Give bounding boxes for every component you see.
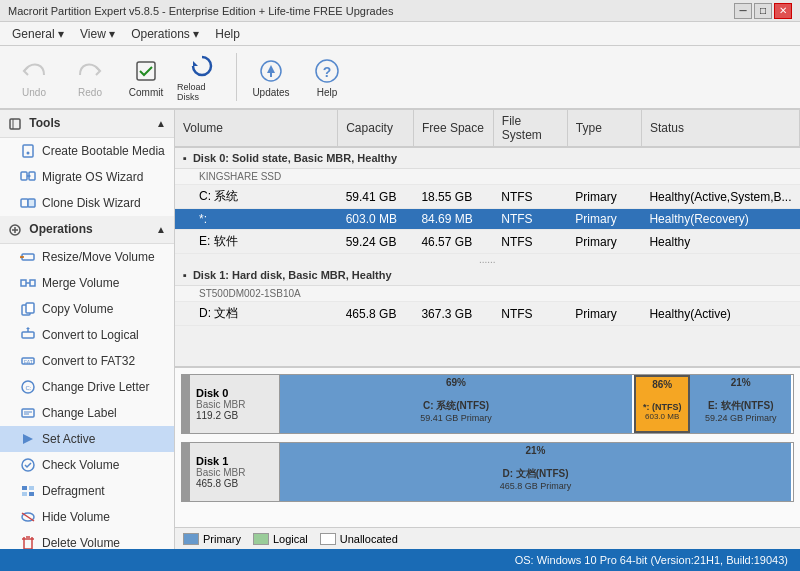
sidebar-item-delete-volume[interactable]: Delete Volume — [0, 530, 174, 549]
vol-status: Healthy(Recovery) — [641, 209, 799, 230]
svg-rect-24 — [30, 280, 35, 286]
sidebar-item-migrate-os[interactable]: Migrate OS Wizard — [0, 164, 174, 190]
defragment-icon — [20, 483, 36, 499]
help-button[interactable]: ? Help — [301, 50, 353, 104]
svg-marker-3 — [267, 65, 275, 73]
legend-logical-box — [253, 533, 269, 545]
table-row[interactable]: C: 系统 59.41 GB 18.55 GB NTFS Primary Hea… — [175, 185, 800, 209]
clone-disk-icon — [20, 195, 36, 211]
sidebar-item-change-label[interactable]: Change Label — [0, 400, 174, 426]
menu-operations[interactable]: Operations ▾ — [123, 25, 207, 43]
table-row[interactable]: E: 软件 59.24 GB 46.57 GB NTFS Primary Hea… — [175, 230, 800, 254]
disk0-part-star[interactable]: 86% *: (NTFS) 603.0 MB — [634, 375, 690, 433]
vol-status: Healthy(Active,System,B... — [641, 185, 799, 209]
resize-icon — [20, 249, 36, 265]
app-title: Macrorit Partition Expert v5.8.5 - Enter… — [8, 5, 393, 17]
part-role: 465.8 GB Primary — [500, 481, 572, 491]
vol-name: D: 文档 — [175, 302, 338, 326]
vol-type: Primary — [567, 230, 641, 254]
legend-primary-label: Primary — [203, 533, 241, 545]
vol-freespace: 84.69 MB — [413, 209, 493, 230]
vol-capacity: 603.0 MB — [338, 209, 414, 230]
menu-help[interactable]: Help — [207, 25, 248, 43]
part-pct: 69% — [446, 377, 466, 388]
disk0-visual: Disk 0 Basic MBR 119.2 GB 69% C: 系统(NTFS… — [181, 374, 794, 434]
sidebar-item-copy[interactable]: Copy Volume — [0, 296, 174, 322]
disk0-edge — [182, 375, 190, 433]
table-row[interactable]: D: 文档 465.8 GB 367.3 GB NTFS Primary Hea… — [175, 302, 800, 326]
part-pct: 21% — [731, 377, 751, 388]
reload-label: Reload Disks — [177, 82, 227, 102]
vol-freespace: 46.57 GB — [413, 230, 493, 254]
vol-type: Primary — [567, 302, 641, 326]
vol-capacity: 465.8 GB — [338, 302, 414, 326]
disk0-part-c[interactable]: 69% C: 系统(NTFS) 59.41 GB Primary — [280, 375, 634, 433]
sidebar-item-convert-logical[interactable]: Convert to Logical — [0, 322, 174, 348]
part-role: 59.24 GB Primary — [705, 413, 777, 423]
vol-name: *: — [175, 209, 338, 230]
disk1-part-d[interactable]: 21% D: 文档(NTFS) 465.8 GB Primary — [280, 443, 793, 501]
commit-button[interactable]: Commit — [120, 50, 172, 104]
change-drive-label: Change Drive Letter — [42, 380, 149, 394]
sidebar-item-check-volume[interactable]: Check Volume — [0, 452, 174, 478]
sidebar-item-defragment[interactable]: Defragment — [0, 478, 174, 504]
check-volume-icon — [20, 457, 36, 473]
redo-icon — [76, 57, 104, 85]
svg-rect-42 — [22, 492, 27, 496]
menu-view[interactable]: View ▾ — [72, 25, 123, 43]
svg-text:C:: C: — [26, 385, 32, 391]
disk0-sub: KINGSHARE SSD — [175, 169, 800, 185]
migrate-os-icon — [20, 169, 36, 185]
col-volume: Volume — [175, 110, 338, 147]
change-label-label: Change Label — [42, 406, 117, 420]
sidebar-item-bootable-media[interactable]: Create Bootable Media — [0, 138, 174, 164]
change-drive-icon: C: — [20, 379, 36, 395]
svg-text:FAT: FAT — [24, 359, 33, 365]
vol-name: C: 系统 — [175, 185, 338, 209]
col-status: Status — [641, 110, 799, 147]
sidebar-item-clone-disk[interactable]: Clone Disk Wizard — [0, 190, 174, 216]
reload-button[interactable]: Reload Disks — [176, 50, 228, 104]
svg-rect-40 — [22, 486, 27, 490]
sidebar-item-convert-fat32[interactable]: FAT Convert to FAT32 — [0, 348, 174, 374]
redo-button[interactable]: Redo — [64, 50, 116, 104]
maximize-button[interactable]: □ — [754, 3, 772, 19]
sidebar-item-hide-volume[interactable]: Hide Volume — [0, 504, 174, 530]
part-name: *: (NTFS) — [643, 402, 682, 412]
disk1-label: Disk 1 Basic MBR 465.8 GB — [190, 443, 280, 501]
tools-section-header[interactable]: Tools ▲ — [0, 110, 174, 138]
set-active-icon — [20, 431, 36, 447]
table-row[interactable]: *: 603.0 MB 84.69 MB NTFS Primary Health… — [175, 209, 800, 230]
vol-status: Healthy — [641, 230, 799, 254]
disk0-label: Disk 0 Basic MBR 119.2 GB — [190, 375, 280, 433]
operations-section-header[interactable]: Operations ▲ — [0, 216, 174, 244]
close-button[interactable]: ✕ — [774, 3, 792, 19]
svg-rect-11 — [21, 172, 27, 180]
sidebar-item-set-active[interactable]: Set Active — [0, 426, 174, 452]
part-name: D: 文档(NTFS) — [502, 467, 568, 481]
legend-unallocated: Unallocated — [320, 533, 398, 545]
updates-button[interactable]: Updates — [245, 50, 297, 104]
sidebar-item-change-drive-letter[interactable]: C: Change Drive Letter — [0, 374, 174, 400]
svg-rect-23 — [21, 280, 26, 286]
undo-button[interactable]: Undo — [8, 50, 60, 104]
disk0-part-e[interactable]: 21% E: 软件(NTFS) 59.24 GB Primary — [690, 375, 793, 433]
legend-logical: Logical — [253, 533, 308, 545]
svg-rect-15 — [21, 199, 28, 207]
commit-label: Commit — [129, 87, 163, 98]
disk1-edge — [182, 443, 190, 501]
sidebar-item-merge[interactable]: Merge Volume — [0, 270, 174, 296]
minimize-button[interactable]: ─ — [734, 3, 752, 19]
menu-general[interactable]: General ▾ — [4, 25, 72, 43]
toolbar-separator — [236, 53, 237, 101]
reload-icon — [188, 52, 216, 80]
separator-row: ...... — [175, 254, 800, 266]
disk0-type: Basic MBR — [196, 399, 273, 410]
merge-label: Merge Volume — [42, 276, 119, 290]
title-bar: Macrorit Partition Expert v5.8.5 - Enter… — [0, 0, 800, 22]
svg-rect-7 — [10, 119, 20, 129]
disk1-visual: Disk 1 Basic MBR 465.8 GB 21% D: 文档(NTFS… — [181, 442, 794, 502]
svg-marker-30 — [26, 327, 30, 329]
svg-rect-27 — [26, 303, 34, 313]
sidebar-item-resize[interactable]: Resize/Move Volume — [0, 244, 174, 270]
